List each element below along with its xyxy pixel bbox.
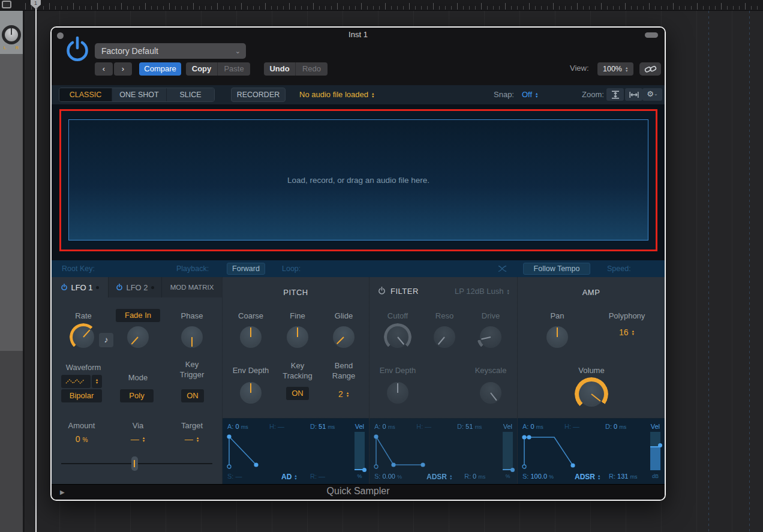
envelope-mode-selector[interactable]: ADSR xyxy=(575,473,600,481)
target-label: Target xyxy=(168,421,216,430)
audio-drop-zone[interactable]: Load, record, or drag an audio file here… xyxy=(68,119,648,241)
key-trigger-label-1: Key xyxy=(168,360,216,369)
bend-range-label-1: Bend xyxy=(320,361,368,370)
link-button[interactable] xyxy=(639,62,661,76)
pitch-env-depth-knob[interactable] xyxy=(237,379,265,407)
amount-label: Amount xyxy=(58,421,106,430)
tab-lfo2[interactable]: LFO 2 xyxy=(108,277,162,297)
bend-range-selector[interactable]: 2 xyxy=(320,389,368,399)
cutoff-knob[interactable] xyxy=(384,323,411,351)
pitch-vel-meter[interactable] xyxy=(355,432,365,470)
window-resize-pill[interactable] xyxy=(645,32,658,38)
vel-label: Vel xyxy=(355,423,364,430)
phase-label: Phase xyxy=(168,311,216,320)
amp-envelope-curve[interactable] xyxy=(520,431,634,471)
coarse-label: Coarse xyxy=(227,311,275,320)
snap-selector[interactable]: Off xyxy=(522,85,539,104)
snap-label: Snap: xyxy=(494,85,514,104)
tab-slice[interactable]: SLICE xyxy=(166,88,214,101)
redo-button[interactable]: Redo xyxy=(295,62,328,76)
polarity-button[interactable]: Bipolar xyxy=(61,389,102,402)
tab-recorder[interactable]: RECORDER xyxy=(231,88,286,102)
target-selector[interactable]: — xyxy=(168,434,216,444)
release-label: R: xyxy=(464,473,471,480)
plugin-name: Quick Sampler xyxy=(52,486,665,497)
keyscale-knob[interactable] xyxy=(477,379,504,407)
fine-knob[interactable] xyxy=(284,323,311,351)
key-trigger-button[interactable]: ON xyxy=(181,389,204,402)
pitch-envelope-curve[interactable] xyxy=(225,431,339,471)
pitch-envelope[interactable]: A: 0 ms H: — D: 51 ms Vel xyxy=(223,418,369,484)
track-pan-knob[interactable] xyxy=(2,25,21,44)
drive-knob[interactable] xyxy=(477,323,504,351)
via-selector[interactable]: — xyxy=(114,434,162,444)
filter-envelope-curve[interactable] xyxy=(372,431,486,471)
lfo-rate-knob[interactable] xyxy=(70,323,97,351)
tab-classic[interactable]: CLASSIC xyxy=(59,88,112,101)
pitch-section: PITCH Coarse Fine Glide Env Depth Key xyxy=(222,277,369,484)
filter-vel-meter[interactable] xyxy=(503,432,513,470)
decay-label: D: xyxy=(457,423,464,430)
loop-label: Loop: xyxy=(282,260,301,277)
undo-button[interactable]: Undo xyxy=(264,62,295,76)
horizontal-zoom-button[interactable] xyxy=(625,88,642,101)
audio-file-selector[interactable]: No audio file loaded xyxy=(299,85,374,104)
plugin-power-icon[interactable] xyxy=(65,36,90,66)
pan-knob[interactable] xyxy=(543,323,571,351)
coarse-knob[interactable] xyxy=(237,323,265,351)
tab-mod-matrix[interactable]: MOD MATRIX xyxy=(162,277,222,297)
lfo-fade-knob[interactable] xyxy=(124,323,152,351)
glide-knob[interactable] xyxy=(330,323,358,351)
polyphony-selector[interactable]: 16 xyxy=(603,327,651,337)
volume-knob[interactable] xyxy=(575,377,608,411)
tab-one-shot[interactable]: ONE SHOT xyxy=(112,88,166,101)
corner-tool-icon[interactable] xyxy=(2,1,11,8)
reso-knob[interactable] xyxy=(431,323,458,351)
note-sync-button[interactable]: ♪ xyxy=(99,333,113,347)
follow-tempo-button[interactable]: Follow Tempo xyxy=(523,263,590,275)
undo-redo-group: Undo Redo xyxy=(264,62,328,76)
filter-type-selector[interactable]: LP 12dB Lush xyxy=(455,287,510,296)
vertical-zoom-button[interactable] xyxy=(606,88,624,101)
amp-vel-meter[interactable] xyxy=(650,432,660,470)
mode-tabs: CLASSIC ONE SHOT SLICE xyxy=(59,88,215,102)
fade-mode-button[interactable]: Fade In xyxy=(116,309,160,322)
paste-button[interactable]: Paste xyxy=(217,62,250,76)
pitch-title: PITCH xyxy=(223,288,369,297)
copy-button[interactable]: Copy xyxy=(186,62,217,76)
reso-label: Reso xyxy=(420,311,468,320)
preset-dropdown[interactable]: Factory Default ⌄ xyxy=(95,43,246,59)
gear-icon: ⚙ xyxy=(647,89,654,98)
lfo-amount-slider-handle[interactable] xyxy=(131,456,138,471)
amount-value[interactable]: 0 % xyxy=(58,434,106,444)
key-tracking-button[interactable]: ON xyxy=(286,387,309,400)
timeline-ruler[interactable] xyxy=(0,0,763,11)
envelope-mode-selector[interactable]: AD xyxy=(281,473,298,481)
prev-preset-button[interactable]: ‹ xyxy=(95,62,113,76)
filter-env-depth-knob[interactable] xyxy=(384,379,411,407)
crossfade-icon[interactable] xyxy=(498,265,507,272)
filter-power-icon[interactable] xyxy=(378,287,386,296)
filter-title: FILTER xyxy=(390,287,419,296)
playback-direction-button[interactable]: Forward xyxy=(227,263,265,275)
view-zoom-stepper[interactable]: 100% xyxy=(597,62,633,76)
glide-label: Glide xyxy=(320,311,368,320)
stepper-arrows-icon xyxy=(449,474,452,480)
track-header[interactable]: L R xyxy=(0,11,23,54)
lfo-waveform-selector[interactable] xyxy=(61,375,102,388)
mode-button[interactable]: Poly xyxy=(120,389,154,402)
playhead-line[interactable] xyxy=(35,0,37,532)
drop-zone-message: Load, record, or drag an audio file here… xyxy=(287,176,429,185)
amp-envelope[interactable]: A: 0 ms H: — D: 0 ms Vel xyxy=(518,418,665,484)
tab-lfo1[interactable]: LFO 1 xyxy=(52,277,108,297)
envelope-mode-selector[interactable]: ADSR xyxy=(426,473,452,481)
playback-parameter-bar: Root Key: Playback: Forward Loop: Follow… xyxy=(52,260,665,277)
lfo-phase-knob[interactable] xyxy=(178,323,206,351)
filter-envelope[interactable]: A: 0 ms H: — D: 51 ms Vel xyxy=(370,418,517,484)
action-menu-button[interactable]: ⚙⌄ xyxy=(642,88,662,101)
keyscale-label: Keyscale xyxy=(467,366,515,375)
rate-label: Rate xyxy=(59,311,107,320)
compare-button[interactable]: Compare xyxy=(139,62,181,76)
annotation-red-rectangle: Load, record, or drag an audio file here… xyxy=(59,109,657,251)
next-preset-button[interactable]: › xyxy=(114,62,132,76)
